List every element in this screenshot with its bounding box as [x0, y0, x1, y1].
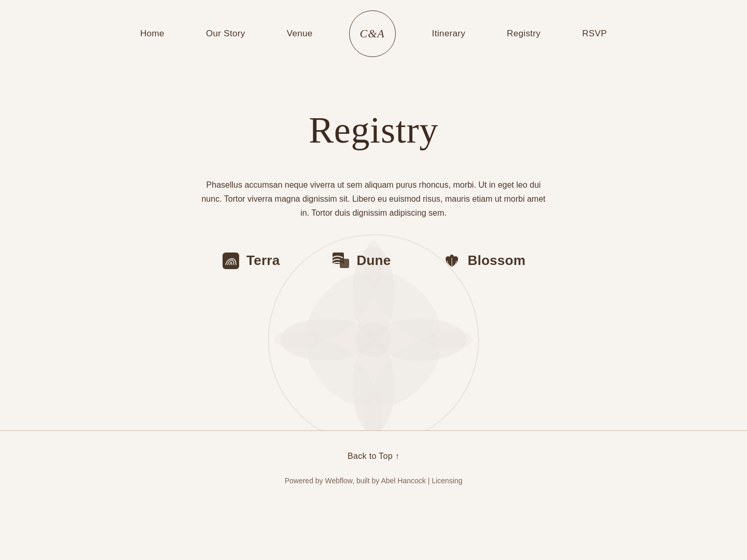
dune-icon [331, 251, 350, 270]
svg-rect-16 [340, 259, 349, 268]
nav-link-home[interactable]: Home [119, 23, 185, 44]
registry-description: Phasellus accumsan neque viverra ut sem … [197, 178, 550, 220]
blossom-label: Blossom [467, 253, 525, 269]
main-content: Registry Phasellus accumsan neque viverr… [0, 67, 747, 430]
back-to-top-link[interactable]: Back to Top ↑ [348, 452, 399, 461]
nav-link-registry[interactable]: Registry [486, 23, 561, 44]
nav-items: Home Our Story Venue C&A Itinerary Regis… [31, 10, 716, 57]
footer: Back to Top ↑ Powered by Webflow, built … [0, 430, 747, 506]
brands-row: Terra Dune Blossom [222, 251, 525, 270]
brand-blossom[interactable]: Blossom [442, 251, 525, 270]
navigation: Home Our Story Venue C&A Itinerary Regis… [0, 0, 747, 67]
terra-label: Terra [246, 253, 280, 269]
page-title: Registry [309, 109, 438, 152]
nav-link-itinerary[interactable]: Itinerary [411, 23, 486, 44]
brand-dune[interactable]: Dune [331, 251, 391, 270]
nav-logo[interactable]: C&A [349, 10, 396, 57]
nav-link-venue[interactable]: Venue [266, 23, 334, 44]
svg-point-13 [426, 330, 473, 349]
terra-icon [222, 251, 240, 270]
nav-link-our-story[interactable]: Our Story [185, 23, 266, 44]
nav-logo-text: C&A [359, 27, 384, 40]
brand-terra[interactable]: Terra [222, 251, 280, 270]
dune-label: Dune [356, 253, 391, 269]
blossom-icon [442, 251, 461, 270]
svg-point-9 [356, 322, 391, 357]
svg-rect-14 [223, 253, 239, 269]
footer-credit: Powered by Webflow, built by Abel Hancoc… [285, 477, 463, 485]
svg-point-12 [274, 330, 321, 349]
nav-link-rsvp[interactable]: RSVP [561, 23, 628, 44]
